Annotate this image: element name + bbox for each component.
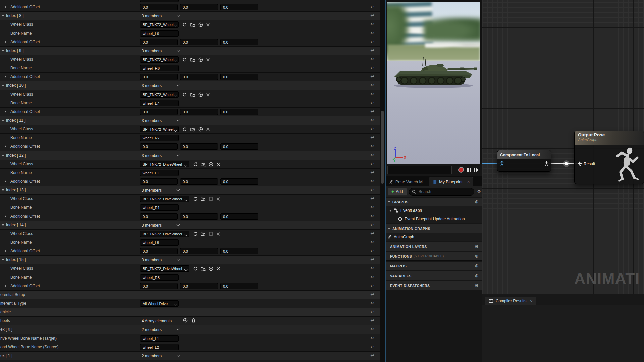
wheel-class-dropdown[interactable]: BP_TNK72_DriveWheel [140,231,189,237]
clear-icon[interactable] [206,127,210,131]
tree-section-macros[interactable]: MACROS ⊕ [386,262,482,270]
reset-to-default-icon[interactable]: ↩ [369,222,376,227]
step-forward-button[interactable] [474,168,479,172]
bone-name-field[interactable]: wheel_L1 [140,335,179,342]
expander-icon[interactable] [5,250,6,252]
expander-icon[interactable] [5,215,6,218]
offset-y-field[interactable]: 0.0 [180,178,218,185]
reset-to-default-icon[interactable]: ↩ [369,82,376,88]
use-selected-asset-icon[interactable] [193,162,198,167]
reset-to-default-icon[interactable]: ↩ [369,213,376,219]
reset-to-default-icon[interactable]: ↩ [369,21,376,27]
caret-down-icon[interactable] [389,210,392,212]
offset-x-field[interactable]: 0.0 [140,283,178,289]
expander-icon[interactable] [5,110,6,113]
offset-z-field[interactable]: 0.0 [220,74,258,80]
bone-name-field[interactable]: wheel_R6 [140,65,179,71]
chevron-down-icon[interactable] [177,258,180,261]
reset-to-default-icon[interactable]: ↩ [369,274,376,280]
plus-circle-icon[interactable]: ⊕ [475,244,479,249]
add-element-icon[interactable] [183,318,188,324]
differential-type-dropdown[interactable]: All Wheel Drive [140,300,179,307]
offset-y-field[interactable]: 0.0 [180,39,218,45]
offset-x-field[interactable]: 0.0 [140,248,178,254]
chevron-down-icon[interactable] [177,354,180,357]
use-selected-asset-icon[interactable] [182,57,187,62]
plus-circle-icon[interactable] [198,92,203,97]
plus-circle-icon[interactable]: ⊕ [475,283,479,288]
offset-y-field[interactable]: 0.0 [180,4,218,10]
plus-circle-icon[interactable] [198,57,203,62]
offset-x-field[interactable]: 0.0 [140,178,178,185]
offset-x-field[interactable]: 0.0 [140,39,178,45]
tab-compiler-results[interactable]: Compiler Results × [485,297,536,305]
use-selected-asset-icon[interactable] [182,22,187,27]
search-input[interactable] [418,189,471,194]
browse-to-asset-icon[interactable] [201,232,206,236]
plus-circle-icon[interactable] [198,127,203,132]
chevron-down-icon[interactable] [177,14,180,17]
reset-to-default-icon[interactable]: ↩ [369,56,376,62]
expander-icon[interactable] [2,189,4,191]
plus-circle-icon[interactable] [209,162,213,167]
expander-icon[interactable] [5,75,6,78]
tree-section-functions[interactable]: FUNCTIONS (5 OVERRIDABLE) ⊕ [386,252,482,261]
reset-to-default-icon[interactable]: ↩ [369,109,376,114]
browse-to-asset-icon[interactable] [190,127,195,132]
chevron-down-icon[interactable] [177,153,180,157]
tree-section-animation-layers[interactable]: ANIMATION LAYERS ⊕ [386,242,482,251]
bone-name-field[interactable]: wheel_L6 [140,30,179,37]
chevron-down-icon[interactable] [177,327,180,331]
clear-icon[interactable] [206,93,210,97]
expander-icon[interactable] [5,180,6,183]
pause-button[interactable] [467,168,471,172]
offset-y-field[interactable]: 0.0 [180,248,218,254]
reset-to-default-icon[interactable]: ↩ [369,4,376,9]
gear-icon[interactable]: ⚙ [476,189,482,195]
reset-to-default-icon[interactable]: ↩ [369,91,376,97]
bone-name-field[interactable]: wheel_L1 [140,170,179,176]
add-button[interactable]: + Add [388,188,407,196]
timeline-field[interactable] [387,166,452,174]
record-button[interactable] [458,167,464,173]
expander-icon[interactable] [2,85,4,86]
reset-to-default-icon[interactable]: ↩ [369,170,376,175]
clear-icon[interactable] [206,58,210,62]
expander-icon[interactable] [5,6,6,8]
wheel-class-dropdown[interactable]: BP_TNK72_DriveWheel [140,161,189,167]
reset-to-default-icon[interactable]: ↩ [369,344,376,349]
clear-icon[interactable] [206,23,210,27]
plus-circle-icon[interactable] [198,22,203,27]
tab-pose-watch-manager[interactable]: Pose Watch M... [386,177,429,186]
reset-to-default-icon[interactable]: ↩ [369,48,376,53]
chevron-down-icon[interactable] [177,83,180,87]
reset-to-default-icon[interactable]: ↩ [369,161,376,166]
clear-icon[interactable] [216,232,220,236]
use-selected-asset-icon[interactable] [182,92,187,97]
reset-to-default-icon[interactable]: ↩ [369,117,376,123]
bone-name-field[interactable]: wheel_L2 [140,344,179,350]
caret-down-icon[interactable] [388,201,390,203]
chevron-down-icon[interactable] [177,49,180,52]
trash-icon[interactable] [191,318,196,324]
browse-to-asset-icon[interactable] [201,266,206,271]
tree-item-eventgraph[interactable]: EventGraph [386,206,482,215]
browse-to-asset-icon[interactable] [201,197,206,201]
bone-name-field[interactable]: wheel_R7 [140,135,179,141]
result-pin[interactable]: Result [578,161,595,166]
tree-section-graphs[interactable]: GRAPHS ⊕ [386,198,482,206]
tree-section-event-dispatchers[interactable]: EVENT DISPATCHERS ⊕ [386,281,482,290]
chevron-down-icon[interactable] [177,118,180,122]
pose-input-pin[interactable] [500,161,504,166]
wheel-class-dropdown[interactable]: BP_TNK72_Wheel [140,56,179,63]
output-pose-node[interactable]: Output Pose AnimGraph Result [574,131,644,184]
browse-to-asset-icon[interactable] [190,22,195,27]
details-scrollbar[interactable] [380,0,385,362]
offset-z-field[interactable]: 0.0 [220,213,258,220]
wheel-class-dropdown[interactable]: BP_TNK72_Wheel [140,21,179,28]
plus-circle-icon[interactable] [209,232,213,236]
reset-to-default-icon[interactable]: ↩ [369,196,376,201]
reset-to-default-icon[interactable]: ↩ [369,100,376,105]
animgraph-canvas[interactable]: ANIMATI Component To Local Output Pose A… [482,0,644,294]
preview-viewport[interactable]: Z X Y [387,2,480,164]
